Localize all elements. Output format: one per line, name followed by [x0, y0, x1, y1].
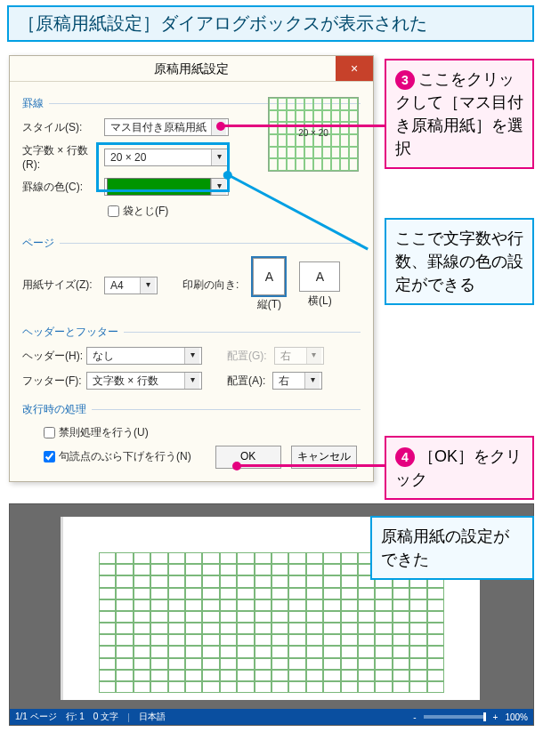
chevron-down-icon: ▾ — [306, 348, 321, 364]
zoom-in-button[interactable]: + — [493, 712, 498, 722]
chevron-down-icon: ▾ — [140, 277, 155, 294]
callout-4: 4［OK］をクリック — [385, 436, 534, 500]
grid-preview-text: 20 × 20 — [269, 128, 358, 138]
group-hf: ヘッダーとフッター — [22, 325, 361, 340]
chevron-down-icon: ▾ — [184, 348, 199, 364]
aligna-combo[interactable]: 右 ▾ — [272, 372, 322, 390]
kinsoku-checkbox[interactable] — [44, 427, 55, 438]
orient-landscape[interactable]: A 横(L) — [299, 261, 340, 309]
orient-portrait[interactable]: A 縦(T) — [253, 258, 285, 312]
burasage-checkbox[interactable] — [44, 451, 55, 462]
chars-rows-value: 20 × 20 — [107, 151, 211, 164]
sb-page: 1/1 ページ — [15, 711, 57, 723]
chevron-down-icon: ▾ — [211, 179, 226, 195]
chars-rows-combo[interactable]: 20 × 20 ▾ — [104, 149, 229, 166]
zoom-out-button[interactable]: - — [413, 712, 416, 722]
footer-value: 文字数 × 行数 — [89, 374, 184, 389]
banner: ［原稿用紙設定］ダイアログボックスが表示された — [7, 5, 534, 42]
leader-4 — [237, 464, 386, 467]
header-label: ヘッダー(H): — [22, 349, 86, 364]
callout-mid-text: ここで文字数や行数、罫線の色の設定ができる — [395, 229, 523, 294]
color-swatch — [107, 178, 211, 196]
sb-zoom: 100% — [505, 712, 528, 722]
sb-line: 行: 1 — [66, 711, 85, 723]
footer-label: フッター(F): — [22, 374, 86, 389]
footer-combo[interactable]: 文字数 × 行数 ▾ — [86, 372, 202, 390]
style-label: スタイル(S): — [22, 120, 104, 135]
style-value: マス目付き原稿用紙 — [107, 120, 211, 135]
aligng-label: 配置(G): — [227, 349, 267, 364]
leader-3 — [221, 125, 386, 127]
group-page: ページ — [22, 236, 361, 251]
callout-done-text: 原稿用紙の設定ができた — [381, 527, 509, 568]
header-value: なし — [89, 349, 184, 364]
bullet-3: 3 — [395, 70, 415, 90]
burasage-label: 句読点のぶら下げを行う(N) — [59, 449, 191, 464]
sb-chars: 0 文字 — [93, 711, 118, 723]
header-combo[interactable]: なし ▾ — [86, 347, 202, 365]
aligng-value: 右 — [277, 349, 306, 364]
chevron-down-icon: ▾ — [184, 373, 199, 389]
chars-rows-label: 文字数 × 行数(R): — [22, 143, 104, 171]
fold-label: 袋とじ(F) — [123, 204, 168, 219]
color-label: 罫線の色(C): — [22, 180, 104, 195]
kinsoku-label: 禁則処理を行う(U) — [59, 425, 149, 440]
style-combo[interactable]: マス目付き原稿用紙 ▾ — [104, 118, 229, 136]
aligna-label: 配置(A): — [227, 374, 265, 389]
status-bar: 1/1 ページ 行: 1 0 文字 | 日本語 - + 100% — [10, 709, 533, 725]
group-wrap: 改行時の処理 — [22, 402, 361, 417]
orient-label: 印刷の向き: — [182, 277, 239, 293]
papersize-value: A4 — [107, 279, 140, 292]
aligna-value: 右 — [275, 374, 304, 389]
color-combo[interactable]: ▾ — [104, 178, 229, 196]
fold-checkbox[interactable] — [108, 205, 119, 217]
papersize-label: 用紙サイズ(Z): — [22, 277, 104, 293]
landscape-icon: A — [299, 261, 340, 292]
papersize-combo[interactable]: A4 ▾ — [104, 277, 158, 294]
callout-3-text: ここをクリックして［マス目付き原稿用紙］を選択 — [395, 70, 523, 157]
chevron-down-icon: ▾ — [304, 373, 320, 389]
orient-v-label: 縦(T) — [257, 297, 281, 312]
dialog-title: 原稿用紙設定 × — [10, 56, 373, 82]
callout-mid: ここで文字数や行数、罫線の色の設定ができる — [385, 218, 534, 305]
grid-preview: 20 × 20 — [268, 97, 359, 172]
close-button[interactable]: × — [336, 56, 373, 81]
genkou-dialog: 原稿用紙設定 × 罫線 スタイル(S): マス目付き原稿用紙 ▾ 文字数 × 行… — [9, 55, 374, 482]
callout-3: 3ここをクリックして［マス目付き原稿用紙］を選択 — [385, 59, 534, 169]
zoom-slider[interactable] — [424, 715, 486, 719]
dialog-title-text: 原稿用紙設定 — [154, 61, 229, 76]
sb-ime: 日本語 — [139, 711, 166, 723]
aligng-combo: 右 ▾ — [274, 347, 324, 365]
callout-done: 原稿用紙の設定ができた — [370, 516, 534, 580]
orient-h-label: 横(L) — [308, 294, 332, 309]
chevron-down-icon: ▾ — [211, 149, 226, 165]
bullet-4: 4 — [395, 447, 415, 467]
portrait-icon: A — [253, 258, 285, 295]
